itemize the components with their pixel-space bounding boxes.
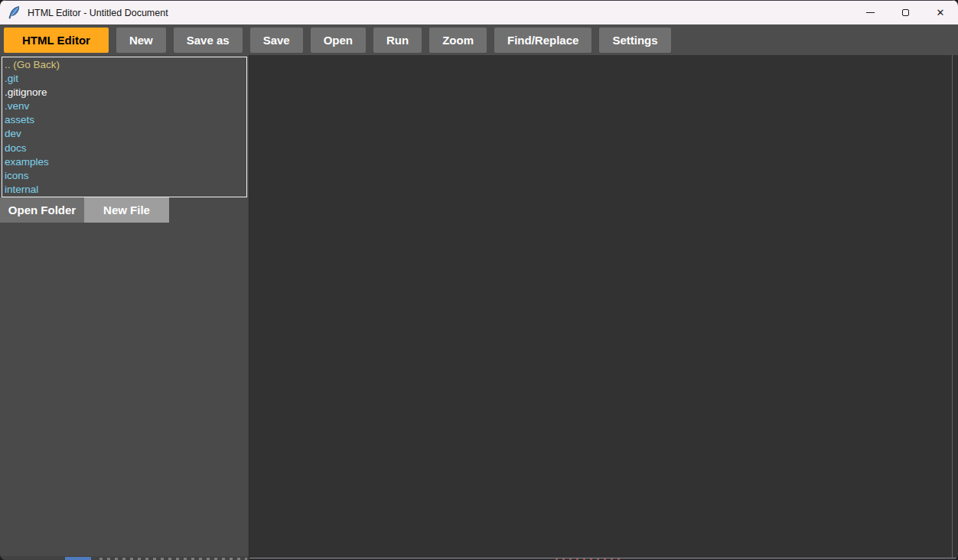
open-folder-button[interactable]: Open Folder [0, 197, 84, 223]
toolbar-button-open[interactable]: Open [311, 28, 366, 53]
file-item-gitignore[interactable]: .gitignore [5, 86, 246, 99]
file-item-go-back[interactable]: .. (Go Back) [5, 58, 246, 72]
content: .. (Go Back) .git .gitignore .venv asset… [0, 55, 958, 560]
minimize-button[interactable] [852, 1, 888, 24]
toolbar-button-new[interactable]: New [116, 28, 166, 53]
clipped-selection-sliver [65, 557, 91, 560]
titlebar[interactable]: HTML Editor - Untitled Document ✕ [0, 0, 958, 24]
file-item-examples[interactable]: examples [5, 155, 246, 169]
toolbar-button-save[interactable]: Save [250, 28, 303, 53]
file-item-docs[interactable]: docs [5, 142, 246, 155]
window-controls: ✕ [852, 1, 958, 24]
file-item-venv[interactable]: .venv [5, 99, 246, 113]
right-edge-divider [952, 55, 953, 560]
file-item-icons[interactable]: icons [5, 169, 246, 183]
toolbar-button-save-as[interactable]: Save as [174, 28, 243, 53]
file-browser-panel: .. (Go Back) .git .gitignore .venv asset… [0, 55, 249, 560]
toolbar: HTML Editor New Save as Save Open Run Zo… [0, 24, 958, 55]
app-window: HTML Editor - Untitled Document ✕ HTML E… [0, 0, 958, 560]
window-title: HTML Editor - Untitled Document [28, 8, 168, 18]
toolbar-button-run[interactable]: Run [373, 28, 422, 53]
clipped-bottom-row-left [0, 556, 249, 560]
file-item-internal[interactable]: internal [5, 183, 246, 197]
toolbar-button-zoom[interactable]: Zoom [429, 28, 487, 53]
close-button[interactable]: ✕ [923, 1, 958, 24]
toolbar-button-settings[interactable]: Settings [599, 28, 670, 53]
file-item-assets[interactable]: assets [5, 113, 246, 127]
file-panel-buttons: Open Folder New File [0, 197, 169, 223]
close-icon: ✕ [937, 8, 945, 18]
tk-feather-app-icon [8, 6, 20, 19]
minimize-icon [866, 12, 875, 13]
maximize-button[interactable] [888, 1, 923, 24]
new-file-button[interactable]: New File [84, 197, 169, 223]
toolbar-button-html-editor[interactable]: HTML Editor [4, 28, 109, 53]
file-item-git[interactable]: .git [5, 72, 246, 86]
file-list[interactable]: .. (Go Back) .git .gitignore .venv asset… [2, 57, 247, 197]
file-item-dev[interactable]: dev [5, 127, 246, 141]
toolbar-button-find-replace[interactable]: Find/Replace [494, 28, 591, 53]
editor-area[interactable] [249, 55, 958, 560]
maximize-icon [902, 9, 909, 16]
